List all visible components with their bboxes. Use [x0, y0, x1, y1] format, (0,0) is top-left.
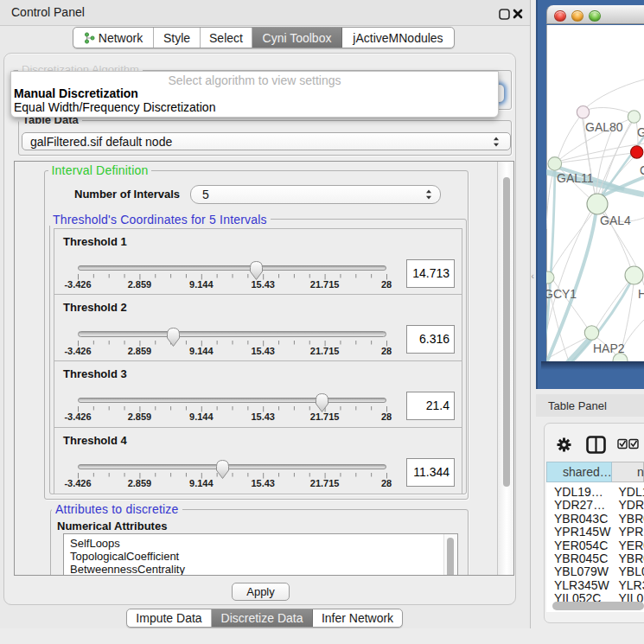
svg-text:HAP2: HAP2: [593, 341, 625, 355]
svg-text:H: H: [638, 287, 644, 301]
svg-text:C: C: [640, 163, 644, 177]
svg-text:GAL80: GAL80: [585, 120, 623, 134]
svg-text:GAL11: GAL11: [557, 171, 594, 185]
svg-text:GA: GA: [637, 125, 644, 139]
svg-text:GCY1: GCY1: [546, 287, 577, 301]
svg-text:GAL4: GAL4: [600, 214, 631, 227]
